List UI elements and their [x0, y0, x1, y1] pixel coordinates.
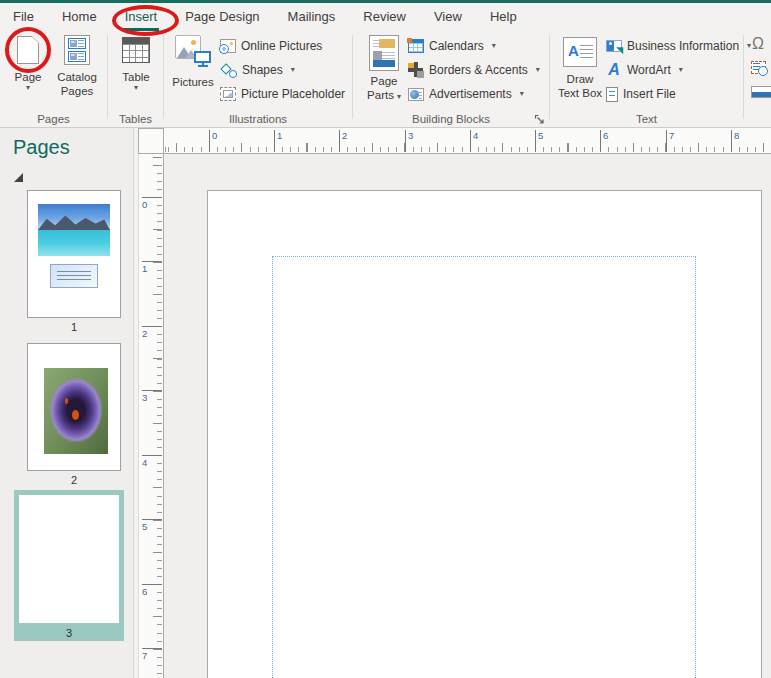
table-button[interactable]: Table ▾: [114, 33, 158, 109]
insert-file-icon: [606, 87, 618, 102]
page-button-label: Page: [15, 70, 42, 84]
wordart-button[interactable]: A WordArt ▾: [606, 59, 683, 81]
picture-placeholder-label: Picture Placeholder: [241, 87, 345, 101]
page-parts-button[interactable]: Page Parts▾: [361, 33, 407, 109]
chevron-down-icon: ▾: [134, 84, 138, 92]
picture-placeholder-button[interactable]: Picture Placeholder: [220, 83, 345, 105]
wordart-label: WordArt: [627, 63, 671, 77]
collapse-panel-icon[interactable]: [14, 173, 23, 182]
dialog-launcher-icon[interactable]: [534, 112, 546, 124]
insert-file-label: Insert File: [623, 87, 676, 101]
page-number-label: 2: [27, 474, 121, 486]
advertisements-label: Advertisements: [429, 87, 512, 101]
chevron-down-icon: ▾: [536, 66, 540, 74]
chevron-down-icon: ▾: [397, 92, 401, 101]
thumbnail-textbox: [50, 264, 98, 288]
business-information-button[interactable]: Business Information ▾: [606, 35, 751, 57]
shapes-button[interactable]: Shapes ▾: [220, 59, 295, 81]
tab-insert[interactable]: Insert: [111, 3, 172, 31]
tab-mailings[interactable]: Mailings: [274, 3, 350, 31]
tables-group-label: Tables: [108, 113, 163, 125]
h-ruler-mark-8: 8: [731, 130, 739, 152]
h-ruler-mark-7: 7: [666, 130, 674, 152]
page-button[interactable]: Page ▾: [6, 33, 50, 109]
page-parts-label-1: Page: [371, 74, 398, 88]
ruler-corner-box: [138, 128, 164, 154]
chevron-down-icon: ▾: [492, 42, 496, 50]
catalog-pages-button[interactable]: Catalog Pages: [52, 33, 102, 109]
catalog-pages-label-1: Catalog: [57, 70, 97, 84]
v-ruler-mark-2: 2: [142, 326, 162, 339]
borders-accents-button[interactable]: Borders & Accents ▾: [408, 59, 540, 81]
pictures-button-label: Pictures: [172, 75, 214, 89]
draw-text-box-button[interactable]: A Draw Text Box: [556, 33, 604, 109]
thumbnail-photo-iris: [44, 368, 108, 454]
advertisements-icon: [408, 88, 424, 101]
wordart-icon: A: [606, 62, 622, 78]
table-icon: [122, 37, 150, 63]
table-button-label: Table: [122, 70, 150, 84]
pictures-icon: [173, 35, 213, 69]
page-thumbnail-1[interactable]: 1: [27, 190, 121, 333]
advertisements-button[interactable]: Advertisements ▾: [408, 83, 524, 105]
tab-view[interactable]: View: [420, 3, 476, 31]
h-ruler-mark-2: 2: [339, 130, 347, 152]
ribbon: Page ▾ Catalog Pages Pages Table ▾ Table…: [0, 31, 771, 128]
page-number-label: 3: [14, 627, 124, 639]
ribbon-group-tables: Table ▾ Tables: [108, 31, 163, 127]
draw-text-box-icon: A: [563, 37, 597, 67]
borders-accents-label: Borders & Accents: [429, 63, 528, 77]
h-ruler-mark-0: 0: [209, 130, 217, 152]
v-ruler-mark-1: 1: [142, 261, 162, 274]
calendars-icon: [408, 39, 424, 53]
illustrations-group-label: Illustrations: [164, 113, 352, 125]
ribbon-group-pages: Page ▾ Catalog Pages Pages: [0, 31, 107, 127]
page-thumbnail-2[interactable]: 2: [27, 343, 121, 486]
chevron-down-icon: ▾: [26, 84, 30, 92]
thumbnail-photo-mountains: [38, 204, 110, 256]
tab-file[interactable]: File: [0, 3, 48, 31]
v-ruler-mark-5: 5: [142, 519, 162, 532]
menu-bar: File Home Insert Page Design Mailings Re…: [0, 3, 771, 31]
chevron-down-icon: ▾: [679, 66, 683, 74]
insert-file-button[interactable]: Insert File: [606, 83, 676, 105]
blank-page-thumbnail: [19, 495, 119, 623]
v-ruler-mark-6: 6: [142, 584, 162, 597]
online-pictures-label: Online Pictures: [241, 39, 322, 53]
ribbon-group-text: A Draw Text Box Business Information ▾ A…: [550, 31, 743, 127]
business-information-label: Business Information: [627, 39, 739, 53]
tab-review[interactable]: Review: [349, 3, 420, 31]
page-parts-label-2: Parts: [367, 89, 394, 101]
page-number-label: 1: [27, 321, 121, 333]
tab-insert-label: Insert: [125, 9, 158, 24]
page-icon: [17, 36, 39, 64]
tab-home[interactable]: Home: [48, 3, 111, 31]
tab-help[interactable]: Help: [476, 3, 531, 31]
online-pictures-icon: [220, 39, 236, 53]
date-time-icon[interactable]: [751, 61, 766, 74]
object-icon[interactable]: [751, 86, 771, 98]
symbol-omega-icon[interactable]: Ω: [752, 35, 764, 53]
chevron-down-icon: ▾: [291, 66, 295, 74]
v-ruler-mark-4: 4: [142, 455, 162, 468]
catalog-pages-label-2: Pages: [61, 84, 94, 98]
shapes-icon: [220, 62, 237, 78]
workspace-canvas[interactable]: [164, 154, 771, 678]
vertical-ruler[interactable]: 0 1 2 3 4 5 6 7: [138, 154, 164, 678]
draw-text-box-label-1: Draw: [567, 72, 594, 86]
online-pictures-button[interactable]: Online Pictures: [220, 35, 322, 57]
pictures-button[interactable]: Pictures: [168, 33, 218, 109]
publication-page[interactable]: [207, 190, 762, 678]
h-ruler-mark-4: 4: [470, 130, 478, 152]
draw-text-box-label-2: Text Box: [558, 86, 602, 100]
tab-page-design[interactable]: Page Design: [171, 3, 273, 31]
ribbon-group-building-blocks: Page Parts▾ Calendars ▾ Borders & Accent…: [353, 31, 549, 127]
page-navigation-panel: Pages 1 2 3: [0, 128, 134, 678]
pages-group-label: Pages: [0, 113, 107, 125]
calendars-button[interactable]: Calendars ▾: [408, 35, 496, 57]
h-ruler-mark-1: 1: [274, 130, 282, 152]
page-thumbnail-3-selected[interactable]: 3: [14, 490, 124, 641]
horizontal-ruler[interactable]: 0 1 2 3 4 5 6 7 8: [164, 128, 771, 154]
chevron-down-icon: ▾: [520, 90, 524, 98]
ribbon-group-clipped: Ω: [746, 31, 771, 127]
